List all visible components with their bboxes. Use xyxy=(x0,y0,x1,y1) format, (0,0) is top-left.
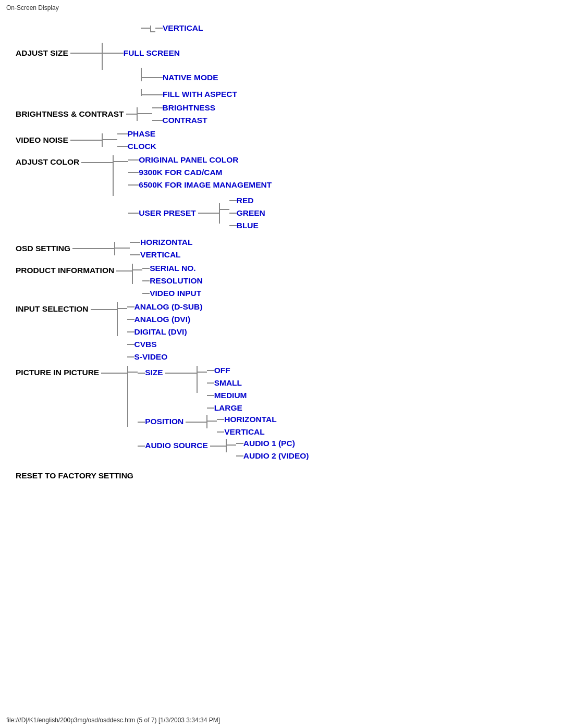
row-fill-aspect: FILL WITH ASPECT xyxy=(16,85,547,99)
label-analog-dsub: ANALOG (D-SUB) xyxy=(134,302,203,312)
label-osd-horizontal: HORIZONTAL xyxy=(140,238,192,247)
label-adjust-color: ADJUST COLOR xyxy=(16,157,79,167)
label-pip-vertical: VERTICAL xyxy=(224,427,265,437)
row-product-info: PRODUCT INFORMATION SERIAL NO. RESOLUTIO… xyxy=(16,264,547,298)
bottom-bar: file:///D|/K1/english/200p3mg/osd/osddes… xyxy=(6,717,220,724)
top-bar-title: On-Screen Display xyxy=(6,4,59,11)
label-small: SMALL xyxy=(214,378,242,388)
row-adjust-color: ADJUST COLOR ORIGINAL PANEL COLOR 9300K … xyxy=(16,155,547,230)
row-native-mode: NATIVE MODE xyxy=(16,71,547,84)
main-content: VERTICAL ADJUST SIZE FULL SCREEN NATIVE … xyxy=(0,14,563,501)
label-picture-in-picture: PICTURE IN PICTURE xyxy=(16,368,99,377)
label-s-video: S-VIDEO xyxy=(134,352,168,362)
row-osd-setting: OSD SETTING HORIZONTAL VERTICAL xyxy=(16,238,547,260)
label-medium: MEDIUM xyxy=(214,391,247,400)
label-serial-no: SERIAL NO. xyxy=(150,264,195,273)
label-original-panel-color: ORIGINAL PANEL COLOR xyxy=(139,155,238,165)
row-reset: RESET TO FACTORY SETTING xyxy=(16,469,547,483)
label-video-noise: VIDEO NOISE xyxy=(16,135,68,145)
row-vertical-top: VERTICAL xyxy=(16,21,547,35)
label-green: GREEN xyxy=(237,208,265,218)
label-brightness: BRIGHTNESS xyxy=(163,103,216,113)
row-brightness-contrast: BRIGHTNESS & CONTRAST BRIGHTNESS CONTRAS… xyxy=(16,103,547,125)
label-brightness-contrast: BRIGHTNESS & CONTRAST xyxy=(16,109,124,119)
label-adjust-size: ADJUST SIZE xyxy=(16,48,68,58)
row-video-noise: VIDEO NOISE PHASE CLOCK xyxy=(16,129,547,151)
label-reset: RESET TO FACTORY SETTING xyxy=(16,471,133,480)
label-vertical-top: VERTICAL xyxy=(163,23,203,33)
bottom-bar-text: file:///D|/K1/english/200p3mg/osd/osddes… xyxy=(6,717,220,724)
label-9300k: 9300K FOR CAD/CAM xyxy=(139,168,222,177)
label-osd-setting: OSD SETTING xyxy=(16,244,70,253)
label-off: OFF xyxy=(214,366,230,375)
label-full-screen: FULL SCREEN xyxy=(124,48,180,58)
label-audio2: AUDIO 2 (VIDEO) xyxy=(243,451,309,461)
label-fill-aspect: FILL WITH ASPECT xyxy=(163,90,237,99)
row-adjust-size: ADJUST SIZE FULL SCREEN xyxy=(16,36,547,70)
osd-diagram: VERTICAL ADJUST SIZE FULL SCREEN NATIVE … xyxy=(16,19,547,485)
label-analog-dvi: ANALOG (DVI) xyxy=(134,315,191,324)
label-position: POSITION xyxy=(145,417,183,426)
label-6500k: 6500K FOR IMAGE MANAGEMENT xyxy=(139,180,272,190)
row-input-selection: INPUT SELECTION ANALOG (D-SUB) ANALOG (D… xyxy=(16,302,547,362)
label-product-information: PRODUCT INFORMATION xyxy=(16,266,114,275)
label-contrast: CONTRAST xyxy=(163,116,207,125)
label-audio-source: AUDIO SOURCE xyxy=(145,441,208,450)
label-cvbs: CVBS xyxy=(134,340,157,349)
label-red: RED xyxy=(237,196,254,205)
label-osd-vertical: VERTICAL xyxy=(140,250,181,260)
top-bar: On-Screen Display xyxy=(0,0,563,14)
label-video-input: VIDEO INPUT xyxy=(150,289,201,298)
row-pip: PICTURE IN PICTURE SIZE xyxy=(16,366,547,461)
label-blue: BLUE xyxy=(237,221,259,230)
label-phase: PHASE xyxy=(128,129,155,139)
label-resolution: RESOLUTION xyxy=(150,276,203,286)
label-clock: CLOCK xyxy=(128,142,156,151)
label-audio1: AUDIO 1 (PC) xyxy=(243,439,295,448)
label-user-preset: USER PRESET xyxy=(139,208,195,218)
label-large: LARGE xyxy=(214,403,242,413)
label-digital-dvi: DIGITAL (DVI) xyxy=(134,327,187,337)
label-input-selection: INPUT SELECTION xyxy=(16,304,89,314)
label-pip-horizontal: HORIZONTAL xyxy=(224,415,276,424)
label-size: SIZE xyxy=(145,368,163,377)
label-native-mode: NATIVE MODE xyxy=(163,73,218,82)
